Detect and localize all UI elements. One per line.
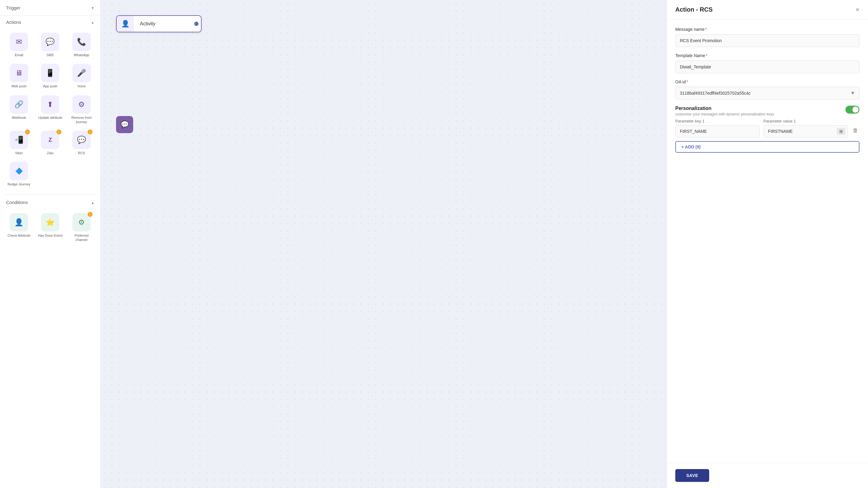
action-remove-from-journey-label: Remove from journey (69, 116, 94, 124)
param-key-col: Parameter key 1 (675, 119, 760, 138)
conditions-section-header: Conditions (0, 196, 100, 209)
small-node-icon: 💬 (121, 121, 129, 128)
conditions-chevron-icon (91, 200, 94, 205)
webhook-icon: 🔗 (10, 95, 28, 114)
template-name-label: Template Name* (675, 53, 860, 58)
personalization-title: Personalization (675, 106, 775, 111)
action-whatsapp[interactable]: 📞 WhatsApp (67, 31, 96, 59)
action-viber-label: Viber (15, 151, 23, 155)
personalization-group: Personalization customise your messages … (675, 106, 860, 153)
zalo-badge: ! (57, 129, 61, 134)
action-update-attribute[interactable]: ⬆ Update attribute (36, 93, 64, 126)
panel-footer: SAVE (667, 463, 868, 488)
action-voice[interactable]: 🎤 Voice (67, 62, 96, 90)
zalo-icon: Z (41, 131, 59, 149)
trigger-section[interactable]: Trigger (0, 0, 100, 16)
update-attribute-icon: ⬆ (41, 95, 59, 114)
activity-node-dot (194, 22, 198, 26)
web-push-icon: 🖥 (10, 64, 28, 82)
oa-id-label: OA id* (675, 80, 860, 84)
action-rcs[interactable]: ! 💬 RCS (67, 129, 96, 157)
action-rcs-label: RCS (78, 151, 85, 155)
preferred-channel-badge: ! (88, 212, 93, 217)
action-remove-from-journey[interactable]: ⚙ Remove from journey (67, 93, 96, 126)
condition-check-attribute[interactable]: 👤 Check Attribute (5, 211, 33, 244)
message-name-input[interactable] (675, 34, 860, 47)
divider (5, 194, 96, 195)
param-key-label: Parameter key 1 (675, 119, 760, 123)
voice-icon: 🎤 (72, 64, 91, 82)
has-done-event-icon: ⭐ (41, 213, 59, 232)
rcs-badge: ! (88, 129, 93, 134)
personalization-text: Personalization customise your messages … (675, 106, 775, 116)
personalization-sub: customise your messages with dynamic per… (675, 112, 775, 116)
activity-node-label: Activity (134, 21, 161, 27)
action-update-attribute-label: Update attribute (38, 116, 62, 120)
action-nudge-journey[interactable]: 🔷 Nudge Journey (5, 160, 33, 188)
message-name-group: Message name* (675, 27, 860, 47)
oa-id-select-wrapper: 3118baf49317edff4ef3025702a55c4c ▼ (675, 87, 860, 99)
param-value-input[interactable] (764, 125, 848, 138)
param-insert-button[interactable]: ⊞ (837, 128, 845, 135)
param-value-wrapper: ⊞ (764, 125, 848, 138)
param-delete-button[interactable]: 🗑 (851, 126, 860, 135)
sidebar: Trigger Actions ✉ Email 💬 SMS 📞 WhatsApp… (0, 0, 101, 488)
whatsapp-icon: 📞 (72, 33, 91, 51)
close-button[interactable]: × (856, 6, 860, 13)
canvas-area[interactable]: 👤 Activity 💬 (101, 0, 666, 488)
email-icon: ✉ (10, 33, 28, 51)
trigger-chevron-icon (91, 5, 94, 10)
save-button[interactable]: SAVE (675, 469, 709, 482)
action-voice-label: Voice (77, 84, 86, 88)
condition-preferred-channel[interactable]: ! ⚙ Preferred channel (67, 211, 96, 244)
action-web-push[interactable]: 🖥 Web push (5, 62, 33, 90)
right-panel: Action - RCS × Message name* Template Na… (666, 0, 868, 488)
oa-id-select[interactable]: 3118baf49317edff4ef3025702a55c4c (675, 87, 860, 99)
condition-has-done-event-label: Has Done Event (38, 233, 62, 238)
condition-preferred-channel-label: Preferred channel (69, 233, 94, 242)
activity-node[interactable]: 👤 Activity (116, 15, 202, 32)
action-app-push-label: App push (43, 84, 57, 88)
message-name-label: Message name* (675, 27, 860, 32)
action-zalo[interactable]: ! Z Zalo (36, 129, 64, 157)
template-name-group: Template Name* (675, 53, 860, 73)
panel-title: Action - RCS (675, 6, 713, 13)
action-whatsapp-label: WhatsApp (73, 53, 89, 57)
action-app-push[interactable]: 📱 App push (36, 62, 64, 90)
action-email[interactable]: ✉ Email (5, 31, 33, 59)
action-webhook-label: Webhook (12, 116, 26, 120)
action-email-label: Email (15, 53, 23, 57)
actions-grid: ✉ Email 💬 SMS 📞 WhatsApp 🖥 Web push 📱 Ap… (0, 28, 100, 193)
sms-icon: 💬 (41, 33, 59, 51)
template-name-input[interactable] (675, 60, 860, 73)
action-webhook[interactable]: 🔗 Webhook (5, 93, 33, 126)
action-nudge-journey-label: Nudge Journey (8, 182, 31, 186)
conditions-grid: 👤 Check Attribute ⭐ Has Done Event ! ⚙ P… (0, 209, 100, 249)
check-attribute-icon: 👤 (10, 213, 28, 232)
action-zalo-label: Zalo (47, 151, 54, 155)
actions-section-header: Actions (0, 16, 100, 28)
personalization-header: Personalization customise your messages … (675, 106, 860, 116)
actions-chevron-icon (91, 19, 94, 25)
personalization-toggle[interactable] (845, 106, 860, 114)
action-viber[interactable]: ! 📲 Viber (5, 129, 33, 157)
small-rcs-node[interactable]: 💬 (116, 116, 133, 133)
activity-node-icon: 👤 (117, 15, 134, 32)
action-sms-label: SMS (47, 53, 54, 57)
viber-badge: ! (25, 129, 30, 134)
app-push-icon: 📱 (41, 64, 59, 82)
add-param-button[interactable]: + ADD (9) (675, 141, 860, 153)
oa-id-group: OA id* 3118baf49317edff4ef3025702a55c4c … (675, 80, 860, 99)
param-row-1: Parameter key 1 Parameter value 1 ⊞ 🗑 (675, 119, 860, 138)
condition-has-done-event[interactable]: ⭐ Has Done Event (36, 211, 64, 244)
actions-label: Actions (6, 20, 21, 25)
conditions-label: Conditions (6, 200, 28, 205)
param-value-col: Parameter value 1 ⊞ (764, 119, 848, 138)
trigger-label: Trigger (6, 5, 21, 10)
panel-body: Message name* Template Name* OA id* 3118… (667, 20, 868, 463)
remove-journey-icon: ⚙ (72, 95, 91, 114)
action-sms[interactable]: 💬 SMS (36, 31, 64, 59)
rcs-icon: 💬 (72, 131, 91, 149)
param-key-input[interactable] (675, 125, 760, 138)
nudge-journey-icon: 🔷 (10, 162, 28, 180)
